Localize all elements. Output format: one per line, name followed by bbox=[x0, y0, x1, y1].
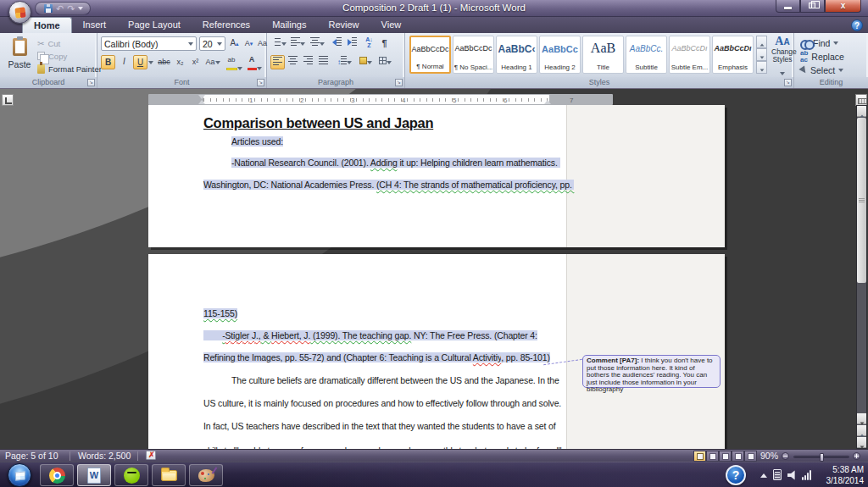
font-name-combobox[interactable]: Calibri (Body) bbox=[101, 36, 197, 51]
change-styles-button[interactable]: AA Change Styles bbox=[771, 36, 793, 75]
view-ruler-toggle-button[interactable] bbox=[855, 94, 867, 106]
document-page-2[interactable]: 115-155) -Stigler J., & Hiebert, J. (199… bbox=[148, 254, 725, 449]
right-indent-marker[interactable] bbox=[544, 100, 551, 104]
fullscreen-reading-view-button[interactable] bbox=[706, 451, 719, 462]
scroll-down-button[interactable] bbox=[857, 413, 866, 424]
zoom-slider[interactable] bbox=[793, 456, 849, 458]
tab-references[interactable]: References bbox=[192, 17, 261, 33]
redo-icon[interactable]: ↷ bbox=[67, 3, 75, 14]
tab-home[interactable]: Home bbox=[22, 17, 72, 33]
style-emphasis[interactable]: AaBbCcDı Emphasis bbox=[712, 36, 754, 74]
find-button[interactable]: Find bbox=[800, 37, 838, 49]
format-painter-button[interactable]: Format Painter bbox=[37, 63, 102, 75]
increase-indent-button[interactable] bbox=[345, 36, 359, 51]
decrease-indent-button[interactable] bbox=[330, 36, 344, 51]
show-hidden-icons-chevron-icon[interactable] bbox=[760, 473, 767, 478]
minimize-button[interactable] bbox=[776, 0, 800, 13]
italic-button[interactable]: I bbox=[117, 55, 131, 69]
style-no-spacing[interactable]: AaBbCcDc ¶ No Spaci... bbox=[453, 36, 494, 74]
office-button[interactable] bbox=[8, 1, 31, 24]
web-layout-view-button[interactable] bbox=[719, 451, 732, 462]
style-heading-1[interactable]: AaBbC‹ Heading 1 bbox=[496, 36, 537, 74]
shading-button[interactable] bbox=[357, 55, 375, 69]
underline-button[interactable]: U bbox=[133, 55, 147, 69]
ribbon-help-icon[interactable]: ? bbox=[851, 19, 863, 31]
print-layout-view-button[interactable] bbox=[693, 451, 706, 462]
justify-button[interactable] bbox=[316, 55, 331, 69]
style-subtitle[interactable]: AaBbCc. Subtitle bbox=[626, 36, 667, 74]
restore-button[interactable] bbox=[800, 0, 825, 13]
qat-customize-chevron-icon[interactable] bbox=[78, 7, 83, 10]
style-subtle-emphasis[interactable]: AaBbCcDı Subtle Em... bbox=[669, 36, 710, 74]
borders-button[interactable] bbox=[376, 55, 394, 69]
taskbar-word-button[interactable]: W bbox=[77, 464, 111, 486]
font-color-button[interactable]: A bbox=[245, 55, 264, 69]
tab-review[interactable]: Review bbox=[317, 17, 370, 33]
clipboard-dialog-launcher[interactable]: ↘ bbox=[87, 79, 95, 86]
bullets-button[interactable] bbox=[270, 36, 287, 51]
horizontal-ruler[interactable]: 1 2 3 4 5 6 7 bbox=[148, 94, 613, 105]
multilevel-list-button[interactable] bbox=[309, 36, 326, 51]
style-normal[interactable]: AaBbCcDc ¶ Normal bbox=[409, 36, 451, 74]
cut-button[interactable]: ✂ Cut bbox=[37, 37, 60, 49]
outline-view-button[interactable] bbox=[732, 451, 744, 462]
line-spacing-button[interactable]: ↕ bbox=[335, 55, 354, 69]
superscript-button[interactable]: x² bbox=[188, 55, 203, 69]
taskbar-chrome-button[interactable] bbox=[40, 464, 74, 486]
scrollbar-thumb[interactable] bbox=[857, 118, 866, 283]
styles-more-button[interactable] bbox=[756, 61, 767, 74]
save-icon[interactable] bbox=[44, 4, 53, 13]
close-button[interactable]: x bbox=[825, 0, 861, 13]
subscript-button[interactable]: x₂ bbox=[173, 55, 187, 69]
underline-chevron-icon[interactable] bbox=[147, 55, 154, 69]
previous-page-button[interactable] bbox=[857, 425, 866, 436]
sort-button[interactable]: A↓Z bbox=[362, 36, 376, 51]
grow-font-button[interactable]: A▴ bbox=[227, 36, 242, 51]
show-formatting-button[interactable]: ¶ bbox=[377, 36, 392, 51]
speaker-icon[interactable] bbox=[787, 470, 798, 480]
help-tray-icon[interactable]: ? bbox=[726, 465, 746, 485]
zoom-in-button[interactable] bbox=[853, 452, 860, 460]
align-center-button[interactable] bbox=[286, 55, 300, 69]
document-page-1[interactable]: Comparison between US and Japan Articles… bbox=[148, 105, 725, 247]
taskbar-spotify-button[interactable] bbox=[114, 464, 148, 486]
select-button[interactable]: Select bbox=[800, 64, 843, 76]
change-case-button[interactable]: Aa bbox=[203, 55, 222, 69]
scroll-up-button[interactable] bbox=[857, 106, 866, 117]
clock[interactable]: 5:38 AM 3/18/2014 bbox=[826, 464, 865, 486]
start-button[interactable] bbox=[8, 463, 31, 487]
font-size-combobox[interactable]: 20 bbox=[199, 36, 225, 51]
align-left-button[interactable] bbox=[270, 55, 285, 69]
zoom-out-button[interactable] bbox=[782, 452, 789, 460]
styles-dialog-launcher[interactable]: ↘ bbox=[784, 79, 792, 86]
vertical-scrollbar[interactable] bbox=[856, 105, 867, 449]
replace-button[interactable]: abac Replace bbox=[800, 51, 844, 63]
font-dialog-launcher[interactable]: ↘ bbox=[257, 79, 264, 86]
undo-icon[interactable]: ↶ bbox=[56, 3, 64, 14]
comment-balloon[interactable]: Comment [PA7]: I think you don't have to… bbox=[582, 355, 721, 388]
taskbar-paint-button[interactable] bbox=[189, 464, 223, 486]
first-line-indent-marker[interactable] bbox=[198, 95, 205, 99]
zoom-level[interactable]: 90% bbox=[760, 451, 778, 461]
word-count[interactable]: Words: 2,500 bbox=[78, 451, 131, 461]
draft-view-button[interactable] bbox=[744, 451, 757, 462]
tab-mailings[interactable]: Mailings bbox=[261, 17, 317, 33]
page-indicator[interactable]: Page: 5 of 10 bbox=[5, 451, 58, 461]
tab-stop-selector[interactable] bbox=[2, 94, 14, 106]
align-right-button[interactable] bbox=[301, 55, 315, 69]
styles-scroll-up-button[interactable] bbox=[756, 36, 767, 48]
style-heading-2[interactable]: AaBbCc Heading 2 bbox=[539, 36, 581, 74]
tab-view[interactable]: View bbox=[370, 17, 413, 33]
numbering-button[interactable] bbox=[289, 36, 307, 51]
network-signal-icon[interactable] bbox=[802, 470, 813, 480]
taskbar-explorer-button[interactable] bbox=[152, 464, 186, 486]
proofing-errors-icon[interactable] bbox=[146, 451, 156, 460]
text-highlight-button[interactable]: ab bbox=[225, 55, 243, 69]
tab-insert[interactable]: Insert bbox=[72, 17, 118, 33]
hanging-indent-marker[interactable] bbox=[198, 100, 205, 104]
action-center-icon[interactable] bbox=[773, 469, 782, 480]
bold-button[interactable]: B bbox=[101, 55, 115, 69]
shrink-font-button[interactable]: A▾ bbox=[242, 36, 256, 51]
styles-scroll-down-button[interactable] bbox=[756, 48, 767, 61]
tab-page-layout[interactable]: Page Layout bbox=[117, 17, 192, 33]
